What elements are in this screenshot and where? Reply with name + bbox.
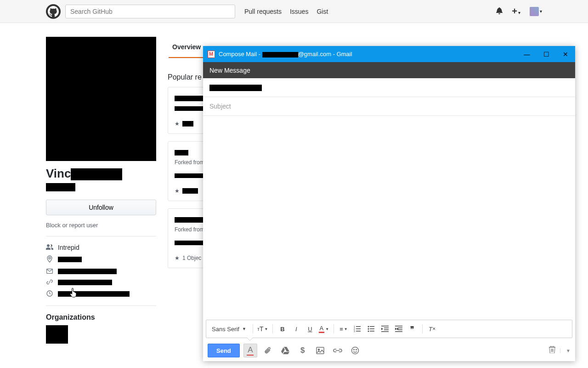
bullet-list-button[interactable] (365, 322, 377, 335)
people-icon (46, 244, 53, 252)
profile-url[interactable] (46, 279, 156, 287)
attach-file-button[interactable] (261, 344, 275, 357)
more-options-button[interactable]: ▼ (560, 348, 571, 353)
github-mark-icon (48, 6, 59, 17)
github-header: Pull requests Issues Gist +▾ ▾ (0, 0, 588, 23)
remove-formatting-button[interactable]: T✕ (426, 322, 438, 335)
location-icon (46, 255, 53, 264)
indent-more-button[interactable] (393, 322, 405, 335)
svg-point-27 (356, 349, 356, 350)
svg-rect-17 (384, 329, 389, 330)
svg-rect-4 (356, 326, 361, 327)
organizations-heading: Organizations (46, 313, 156, 322)
insert-emoji-button[interactable] (348, 344, 362, 357)
insert-drive-button[interactable] (278, 344, 292, 357)
github-logo[interactable] (46, 4, 61, 19)
svg-rect-28 (549, 347, 555, 348)
numbered-list-button[interactable]: 123 (351, 322, 363, 335)
window-maximize-button[interactable]: ☐ (542, 51, 550, 58)
gmail-icon (208, 51, 215, 58)
search-input[interactable] (65, 5, 235, 18)
link-icon (46, 279, 53, 287)
nav-gist[interactable]: Gist (317, 8, 328, 15)
svg-rect-19 (395, 326, 402, 327)
svg-point-11 (368, 328, 369, 330)
svg-point-26 (353, 349, 354, 350)
font-family-select[interactable]: Sans Serif▼ (209, 326, 249, 333)
svg-point-13 (368, 331, 369, 332)
org-avatar[interactable] (46, 325, 68, 344)
send-toolbar: Send A $ ▼ (203, 340, 575, 361)
profile-fullname: Vinc (46, 167, 156, 181)
underline-button[interactable]: U (304, 322, 316, 335)
user-menu[interactable]: ▾ (530, 7, 542, 16)
profile-avatar[interactable] (46, 37, 156, 161)
indent-less-button[interactable] (379, 322, 391, 335)
svg-rect-21 (398, 329, 402, 330)
message-body[interactable] (203, 116, 575, 320)
svg-point-9 (368, 326, 369, 328)
svg-text:3: 3 (354, 330, 355, 332)
window-title-text: Compose Mail - @gmail.com - Gmail (219, 51, 352, 58)
window-minimize-button[interactable]: — (523, 51, 531, 58)
star-icon: ★ (175, 188, 180, 194)
svg-rect-18 (381, 331, 389, 332)
compose-header[interactable]: New Message (203, 62, 575, 78)
notifications-icon[interactable] (496, 7, 503, 16)
svg-rect-6 (356, 328, 361, 329)
svg-point-24 (318, 349, 319, 351)
svg-rect-12 (370, 328, 374, 329)
font-size-button[interactable]: тT▼ (257, 322, 269, 335)
profile-location (46, 255, 156, 264)
to-field[interactable] (203, 78, 575, 97)
star-icon: ★ (175, 255, 180, 261)
svg-rect-10 (370, 326, 374, 327)
svg-point-0 (49, 257, 51, 259)
profile-email[interactable] (46, 268, 156, 275)
nav-pull-requests[interactable]: Pull requests (244, 8, 282, 15)
window-close-button[interactable]: ✕ (561, 51, 570, 58)
top-nav: Pull requests Issues Gist (244, 8, 328, 15)
insert-money-button[interactable]: $ (296, 344, 310, 357)
create-new-button[interactable]: +▾ (512, 6, 520, 17)
svg-rect-16 (384, 328, 389, 328)
send-button[interactable]: Send (208, 344, 240, 357)
gmail-compose-window: Compose Mail - @gmail.com - Gmail — ☐ ✕ … (203, 46, 575, 361)
tab-overview[interactable]: Overview (169, 37, 204, 58)
italic-button[interactable]: I (290, 322, 302, 335)
profile-company: Intrepid (46, 244, 156, 252)
window-titlebar[interactable]: Compose Mail - @gmail.com - Gmail — ☐ ✕ (203, 46, 575, 62)
insert-link-button[interactable] (331, 344, 345, 357)
svg-rect-14 (370, 331, 374, 332)
nav-issues[interactable]: Issues (290, 8, 308, 15)
header-right: +▾ ▾ (496, 6, 542, 17)
discard-draft-button[interactable] (549, 346, 555, 355)
quote-button[interactable]: ❞ (407, 322, 418, 335)
clock-icon (46, 290, 53, 298)
svg-rect-20 (398, 328, 402, 328)
align-button[interactable]: ≡▼ (338, 322, 350, 335)
star-icon: ★ (175, 121, 180, 127)
profile-sidebar: Vinc Unfollow Block or report user Intre… (46, 37, 156, 344)
profile-username (46, 183, 156, 191)
subject-field[interactable]: Subject (203, 97, 575, 116)
formatting-toolbar: Sans Serif▼ тT▼ B I U A▼ ≡▼ 123 ❞ T✕ (206, 320, 572, 338)
bold-button[interactable]: B (277, 322, 288, 335)
svg-rect-15 (381, 326, 389, 327)
block-report-link[interactable]: Block or report user (46, 222, 156, 229)
formatting-toggle-button[interactable]: A (243, 344, 257, 357)
profile-joined (46, 290, 156, 298)
unfollow-button[interactable]: Unfollow (46, 200, 156, 215)
avatar (530, 7, 539, 16)
svg-rect-8 (356, 331, 361, 332)
text-color-button[interactable]: A▼ (318, 322, 330, 335)
svg-point-25 (351, 347, 358, 354)
mail-icon (46, 268, 53, 275)
insert-photo-button[interactable] (313, 344, 327, 357)
svg-rect-22 (395, 331, 402, 332)
